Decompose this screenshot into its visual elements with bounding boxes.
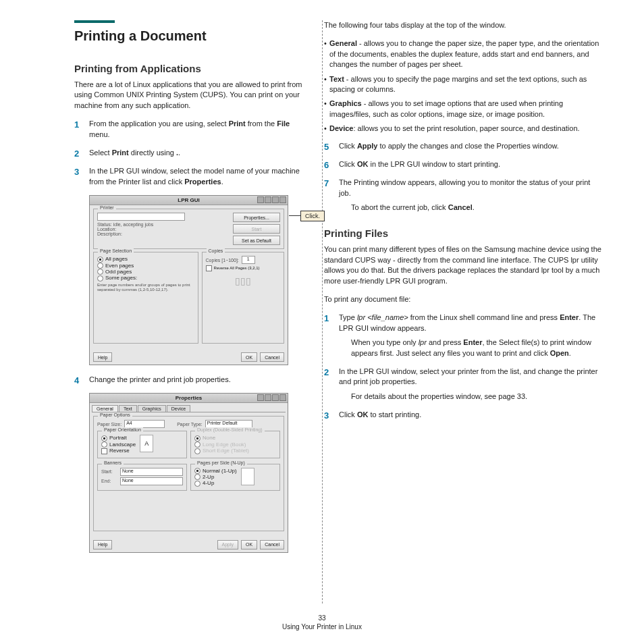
nup-2-radio[interactable]: 2-Up — [194, 474, 237, 480]
landscape-radio[interactable]: Landscape — [101, 441, 136, 448]
section2-prelist: To print any document file: — [324, 294, 604, 304]
duplex-long-radio[interactable]: Long Edge (Book) — [194, 441, 276, 448]
reverse-check[interactable]: Reverse All Pages (3,2,1) — [206, 265, 280, 271]
files-step-3: 3 Click OK to start printing. — [324, 410, 604, 420]
portrait-radio[interactable]: Portrait — [101, 435, 136, 441]
tab-device[interactable]: Device — [167, 405, 190, 412]
duplex-short-radio[interactable]: Short Edge (Tablet) — [194, 448, 276, 454]
banner-start-combo[interactable]: None — [120, 468, 183, 476]
help-icon[interactable] — [257, 196, 264, 203]
tab-graphics[interactable]: Graphics — [138, 405, 166, 412]
dialog-titlebar: LPR GUI — [90, 196, 288, 205]
bullet-general: General - allows you to change the paper… — [324, 38, 604, 70]
step-2: 2 Select Print directly using .. — [74, 148, 307, 158]
apply-button[interactable]: Apply — [217, 540, 239, 549]
step-1: 1 From the application you are using, se… — [74, 119, 307, 140]
section2-intro: You can print many different types of fi… — [324, 244, 604, 286]
properties-dialog: Properties General Text Graphics Device … — [89, 393, 288, 552]
step-3: 3 In the LPR GUI window, select the mode… — [74, 166, 307, 187]
step-4: 4 Change the printer and print job prope… — [74, 375, 307, 385]
tab-general[interactable]: General — [92, 405, 118, 412]
step-6: 6 Click OK in the LPR GUI window to star… — [324, 159, 604, 169]
nup-4-radio[interactable]: 4-Up — [194, 480, 237, 486]
set-default-button[interactable]: Set as Default — [233, 236, 280, 245]
help-button[interactable]: Help — [93, 540, 112, 549]
bullet-graphics: Graphics - allows you to set image optio… — [324, 99, 604, 119]
close-icon[interactable] — [279, 196, 286, 203]
tab-text[interactable]: Text — [119, 405, 137, 412]
cancel-button[interactable]: Cancel — [260, 540, 284, 549]
step-7: 7 The Printing window appears, allowing … — [324, 178, 604, 213]
section-heading-2: Printing Files — [324, 227, 604, 239]
min-icon[interactable] — [265, 394, 271, 401]
even-pages-radio[interactable]: Even pages — [97, 263, 194, 269]
properties-button[interactable]: Properties... — [233, 213, 280, 222]
nup-1-radio[interactable]: Normal (1-Up) — [194, 468, 237, 474]
all-pages-radio[interactable]: All pages — [97, 256, 194, 262]
some-pages-radio[interactable]: Some pages: — [97, 275, 194, 281]
title-accent — [74, 20, 115, 23]
page-title: Printing a Document — [74, 28, 307, 44]
click-callout: Click. — [300, 211, 325, 221]
column-divider — [322, 20, 323, 603]
close-icon[interactable] — [279, 394, 286, 401]
reverse-check[interactable]: Reverse — [101, 448, 136, 454]
min-icon[interactable] — [265, 196, 271, 203]
page-footer: 33 Using Your Printer in Linux — [0, 614, 644, 630]
step-5: 5 Click Apply to apply the changes and c… — [324, 141, 604, 151]
help-icon[interactable] — [257, 394, 264, 401]
start-button[interactable]: Start — [233, 224, 280, 234]
tabs-intro: The following four tabs display at the t… — [324, 20, 604, 30]
max-icon[interactable] — [272, 394, 279, 401]
bullet-device: Device: allows you to set the print reso… — [324, 124, 604, 134]
ok-button[interactable]: OK — [241, 352, 257, 362]
copies-spinner[interactable]: 1 — [242, 256, 255, 264]
cancel-button[interactable]: Cancel — [260, 352, 284, 362]
max-icon[interactable] — [272, 196, 279, 203]
help-button[interactable]: Help — [93, 352, 112, 362]
ok-button[interactable]: OK — [241, 540, 257, 549]
duplex-none-radio[interactable]: None — [194, 435, 276, 441]
files-step-1: 1 Type lpr <file_name> from the Linux sh… — [324, 313, 604, 358]
banner-end-combo[interactable]: None — [120, 477, 183, 485]
section-heading: Printing from Applications — [74, 63, 307, 74]
odd-pages-radio[interactable]: Odd pages — [97, 269, 194, 275]
files-step-2: 2 In the LPR GUI window, select your pri… — [324, 367, 604, 402]
intro-text: There are a lot of Linux applications th… — [74, 80, 307, 111]
printer-combo[interactable] — [97, 213, 185, 221]
bullet-text: Text - allows you to specify the page ma… — [324, 74, 604, 95]
lpr-gui-dialog: LPR GUI Printer Status: idle, accepting … — [89, 195, 288, 365]
